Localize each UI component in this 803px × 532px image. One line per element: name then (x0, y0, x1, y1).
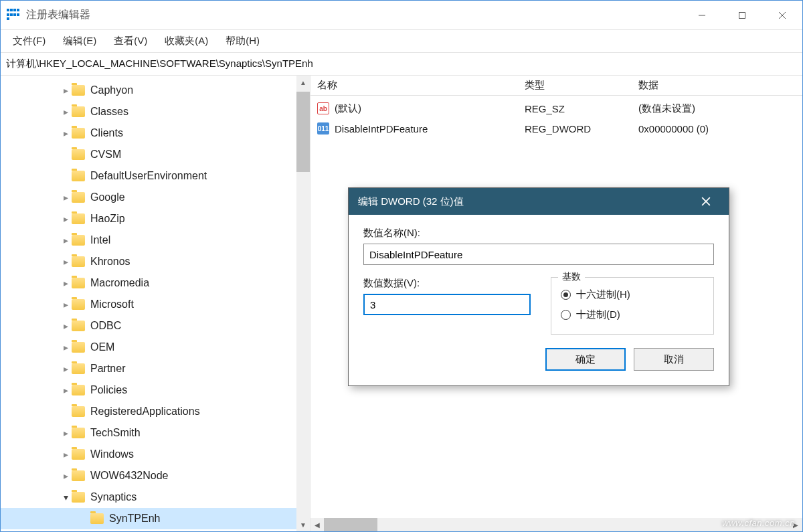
menu-favorites[interactable]: 收藏夹(A) (158, 32, 215, 50)
radio-hex-label: 十六进制(H) (576, 288, 630, 301)
folder-icon (72, 385, 85, 395)
value-name-label: 数值名称(N): (363, 227, 714, 240)
chevron-icon[interactable] (60, 315, 72, 337)
tree-item-oem[interactable]: OEM (1, 337, 296, 358)
radio-hex[interactable]: 十六进制(H) (561, 284, 704, 304)
tree-item-haozip[interactable]: HaoZip (1, 208, 296, 230)
chevron-icon[interactable] (60, 251, 72, 273)
radio-dec-label: 十进制(D) (576, 308, 620, 321)
chevron-icon[interactable] (60, 379, 72, 402)
scroll-up-icon[interactable]: ▲ (296, 76, 310, 89)
col-data-header[interactable]: 数据 (638, 79, 802, 92)
watermark: www.cfan.com.cn (722, 518, 795, 528)
folder-icon (72, 106, 85, 117)
tree-vscrollbar[interactable]: ▲ ▼ (296, 76, 310, 531)
chevron-icon[interactable] (60, 486, 72, 509)
tree-item-label: Caphyon (90, 80, 133, 101)
folder-icon (72, 342, 85, 353)
ok-button[interactable]: 确定 (545, 348, 626, 371)
tree-item-odbc[interactable]: ODBC (1, 315, 296, 337)
folder-icon (72, 171, 85, 181)
folder-icon (72, 149, 85, 160)
tree-item-label: Partner (90, 358, 125, 379)
tree-item-intel[interactable]: Intel (1, 230, 296, 251)
chevron-icon[interactable] (14, 529, 26, 532)
chevron-icon[interactable] (60, 101, 72, 123)
tree-item-label: Microsoft (90, 294, 134, 315)
folder-icon (72, 428, 85, 438)
chevron-icon[interactable] (60, 230, 72, 252)
dialog-close-button[interactable] (693, 188, 719, 215)
dialog-titlebar[interactable]: 编辑 DWORD (32 位)值 (349, 188, 729, 215)
tree-item-cvsm[interactable]: CVSM (1, 144, 296, 165)
scroll-track[interactable] (296, 172, 310, 518)
chevron-icon[interactable] (60, 465, 72, 487)
chevron-icon[interactable] (60, 294, 72, 316)
list-row[interactable]: ab(默认)REG_SZ(数值未设置) (317, 98, 802, 118)
hscroll-thumb[interactable] (324, 518, 377, 531)
col-name-header[interactable]: 名称 (317, 79, 525, 92)
tree-item-system[interactable]: SYSTEM (1, 529, 296, 531)
list-row[interactable]: 011DisableIntPDFeatureREG_DWORD0x0000000… (317, 118, 802, 139)
addressbar[interactable]: 计算机\HKEY_LOCAL_MACHINE\SOFTWARE\Synaptic… (1, 53, 802, 76)
tree-item-registeredapplications[interactable]: RegisteredApplications (1, 401, 296, 422)
chevron-icon[interactable] (60, 80, 72, 102)
tree-item-defaultuserenvironment[interactable]: DefaultUserEnvironment (1, 165, 296, 187)
tree-item-wow6432node[interactable]: WOW6432Node (1, 465, 296, 486)
tree-item-label: Macromedia (90, 272, 149, 294)
tree-item-label: TechSmith (90, 422, 141, 444)
menu-help[interactable]: 帮助(H) (219, 32, 266, 50)
chevron-icon[interactable] (60, 444, 72, 466)
radio-dec-icon (561, 310, 571, 320)
tree-item-caphyon[interactable]: Caphyon (1, 80, 296, 101)
tree-item-google[interactable]: Google (1, 187, 296, 208)
chevron-icon[interactable] (60, 358, 72, 380)
folder-icon (72, 85, 85, 96)
chevron-icon[interactable] (60, 337, 72, 359)
folder-icon (72, 470, 85, 481)
tree-item-khronos[interactable]: Khronos (1, 251, 296, 272)
tree-item-techsmith[interactable]: TechSmith (1, 422, 296, 444)
edit-dword-dialog: 编辑 DWORD (32 位)值 数值名称(N): 数值数据(V): 基数 十六… (348, 187, 729, 386)
value-data-input[interactable] (363, 294, 531, 315)
cancel-button[interactable]: 取消 (634, 348, 714, 371)
tree-item-label: HaoZip (90, 208, 125, 230)
chevron-icon[interactable] (60, 208, 72, 230)
folder-icon (72, 299, 85, 310)
menu-file[interactable]: 文件(F) (6, 32, 52, 50)
menu-view[interactable]: 查看(V) (107, 32, 154, 50)
maximize-button[interactable] (722, 1, 762, 29)
tree-item-syntpenh[interactable]: SynTPEnh (1, 508, 296, 529)
close-button[interactable] (762, 1, 802, 29)
tree-item-microsoft[interactable]: Microsoft (1, 294, 296, 315)
tree-item-label: ODBC (90, 315, 121, 337)
col-type-header[interactable]: 类型 (525, 79, 638, 92)
chevron-icon[interactable] (60, 422, 72, 444)
radio-hex-icon (561, 290, 571, 300)
radio-dec[interactable]: 十进制(D) (561, 304, 704, 325)
minimize-button[interactable] (682, 1, 722, 29)
window-title: 注册表编辑器 (26, 8, 682, 22)
tree-item-macromedia[interactable]: Macromedia (1, 272, 296, 294)
chevron-icon[interactable] (60, 272, 72, 294)
tree-scroll[interactable]: CaphyonClassesClientsCVSMDefaultUserEnvi… (1, 76, 296, 531)
chevron-icon[interactable] (60, 187, 72, 209)
tree-item-synaptics[interactable]: Synaptics (1, 486, 296, 508)
tree-item-partner[interactable]: Partner (1, 358, 296, 379)
folder-icon (72, 278, 85, 288)
value-name: DisableIntPDFeature (335, 123, 428, 135)
scroll-thumb[interactable] (296, 92, 310, 172)
tree-item-clients[interactable]: Clients (1, 122, 296, 144)
value-type: REG_SZ (525, 103, 638, 114)
scroll-down-icon[interactable]: ▼ (296, 518, 310, 531)
scroll-left-icon[interactable]: ◀ (310, 518, 324, 531)
svg-rect-1 (739, 12, 745, 18)
menu-edit[interactable]: 编辑(E) (56, 32, 103, 50)
tree-item-policies[interactable]: Policies (1, 379, 296, 401)
tree-item-windows[interactable]: Windows (1, 444, 296, 465)
tree-item-label: SynTPEnh (109, 508, 160, 529)
value-name-input[interactable] (363, 244, 714, 265)
tree-item-classes[interactable]: Classes (1, 101, 296, 122)
chevron-icon[interactable] (60, 122, 72, 145)
folder-icon (72, 213, 85, 224)
